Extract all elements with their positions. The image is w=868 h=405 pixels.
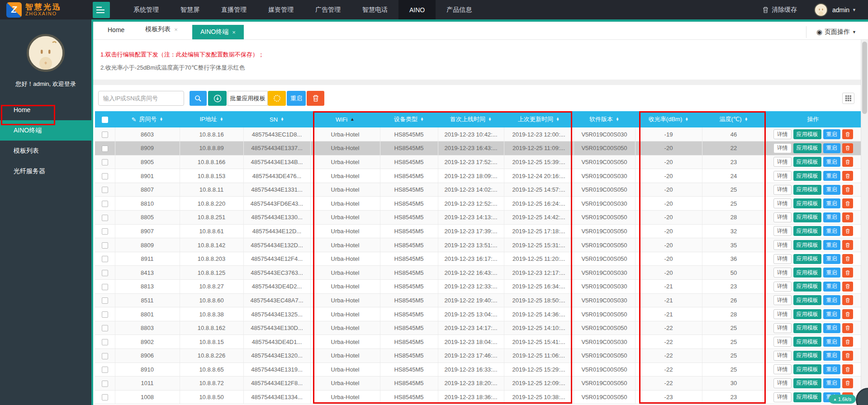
delete-row-button[interactable] [842, 282, 853, 292]
table-row[interactable]: 8910 10.8.8.65 485754434E1319... Urba-Ho… [95, 363, 861, 377]
delete-row-button[interactable] [842, 171, 853, 181]
export-button[interactable] [208, 91, 227, 106]
vertical-scrollbar[interactable] [861, 40, 868, 405]
column-header-temperature[interactable]: 温度(℃) [702, 111, 765, 127]
row-checkbox[interactable] [102, 325, 108, 331]
delete-row-button[interactable] [842, 351, 853, 361]
close-icon[interactable]: × [232, 29, 236, 36]
delete-row-button[interactable] [842, 198, 853, 208]
refresh-button[interactable] [268, 91, 286, 106]
delete-row-button[interactable] [842, 185, 853, 195]
detail-button[interactable]: 详情 [773, 143, 792, 153]
table-row[interactable]: 8901 10.8.8.153 48575443DE476... Urba-Ho… [95, 169, 861, 183]
detail-button[interactable]: 详情 [773, 254, 792, 264]
row-checkbox[interactable] [102, 394, 108, 400]
delete-row-button[interactable] [842, 337, 853, 347]
column-header-version[interactable]: 软件版本 [574, 111, 635, 127]
apply-template-button[interactable]: 应用模板 [793, 254, 821, 264]
restart-row-button[interactable]: 重启 [823, 240, 840, 250]
column-header-sn[interactable]: SN [243, 111, 310, 127]
table-row[interactable]: 1008 10.8.8.50 485754434E1334... Urba-Ho… [95, 390, 861, 404]
apply-template-button[interactable]: 应用模板 [793, 143, 821, 153]
search-button[interactable] [190, 91, 207, 106]
tab-template-list[interactable]: 模板列表 × [139, 25, 184, 39]
row-checkbox[interactable] [102, 311, 108, 318]
detail-button[interactable]: 详情 [773, 157, 792, 167]
table-row[interactable]: 1011 10.8.8.72 485754434E12F8... Urba-Ho… [95, 377, 861, 391]
apply-template-button[interactable]: 应用模板 [793, 364, 821, 374]
restart-row-button[interactable]: 重启 [823, 337, 840, 347]
table-row[interactable]: 8803 10.8.8.162 485754434E130D... Urba-H… [95, 321, 861, 335]
column-header-last-update[interactable]: 上次更新时间 [504, 111, 574, 127]
table-row[interactable]: 8906 10.8.8.226 485754434E1320... Urba-H… [95, 349, 861, 363]
detail-button[interactable]: 详情 [773, 129, 792, 139]
menu-item-system[interactable]: 系统管理 [123, 0, 170, 19]
detail-button[interactable]: 详情 [773, 198, 792, 208]
scrollbar-thumb[interactable] [862, 42, 867, 114]
table-row[interactable]: 8807 10.8.8.11 485754434E1331... Urba-Ho… [95, 183, 861, 197]
column-header-room[interactable]: 房间号 [115, 111, 180, 127]
detail-button[interactable]: 详情 [773, 392, 792, 402]
batch-delete-button[interactable] [307, 91, 324, 106]
apply-template-button[interactable]: 应用模板 [793, 351, 821, 361]
row-checkbox[interactable] [102, 353, 108, 359]
apply-template-button[interactable]: 应用模板 [793, 309, 821, 319]
user-menu[interactable]: admin ▼ [832, 6, 856, 14]
menu-item-live[interactable]: 直播管理 [210, 0, 257, 19]
row-checkbox[interactable] [102, 173, 108, 179]
table-row[interactable]: 8603 10.8.8.16 48575443EC1D8... Urba-Hot… [95, 127, 861, 141]
apply-template-button[interactable]: 应用模板 [793, 171, 821, 181]
restart-row-button[interactable]: 重启 [823, 157, 840, 167]
menu-item-smartphone[interactable]: 智慧电话 [351, 0, 398, 19]
column-header-device-type[interactable]: 设备类型 [380, 111, 438, 127]
tab-aino-terminal[interactable]: AINO终端 × [192, 25, 244, 39]
table-row[interactable]: 8809 10.8.8.142 485754434E132D... Urba-H… [95, 238, 861, 252]
sidebar-item-template-list[interactable]: 模板列表 [0, 141, 91, 161]
restart-row-button[interactable]: 重启 [823, 323, 840, 333]
delete-row-button[interactable] [842, 364, 853, 374]
table-row[interactable]: 8805 10.8.8.251 485754434E1330... Urba-H… [95, 211, 861, 225]
restart-row-button[interactable]: 重启 [823, 212, 840, 222]
table-row[interactable]: 8511 10.8.8.60 48575443EC48A7... Urba-Ho… [95, 293, 861, 307]
menu-item-media[interactable]: 媒资管理 [257, 0, 304, 19]
restart-row-button[interactable]: 重启 [823, 185, 840, 195]
search-input[interactable] [98, 91, 184, 106]
table-row[interactable]: 8911 10.8.8.203 485754434E12F4... Urba-H… [95, 252, 861, 266]
column-settings-button[interactable] [842, 93, 854, 104]
apply-template-button[interactable]: 应用模板 [793, 129, 821, 139]
restart-row-button[interactable]: 重启 [823, 198, 840, 208]
delete-row-button[interactable] [842, 378, 853, 388]
apply-template-button[interactable]: 应用模板 [793, 392, 821, 402]
table-row[interactable]: 8813 10.8.8.27 48575443DE4D2... Urba-Hot… [95, 280, 861, 294]
delete-row-button[interactable] [842, 212, 853, 222]
detail-button[interactable]: 详情 [773, 337, 792, 347]
detail-button[interactable]: 详情 [773, 378, 792, 388]
restart-row-button[interactable]: 重启 [823, 254, 840, 264]
apply-template-button[interactable]: 应用模板 [793, 282, 821, 292]
restart-row-button[interactable]: 重启 [823, 364, 840, 374]
table-row[interactable]: 8907 10.8.8.61 485754434E12D... Urba-Hot… [95, 224, 861, 238]
row-checkbox[interactable] [102, 215, 108, 221]
apply-template-button[interactable]: 应用模板 [793, 212, 821, 222]
delete-row-button[interactable] [842, 323, 853, 333]
table-row[interactable]: 8909 10.8.8.89 485754434E1337... Urba-Ho… [95, 141, 861, 155]
detail-button[interactable]: 详情 [773, 282, 792, 292]
apply-template-button[interactable]: 应用模板 [793, 337, 821, 347]
table-row[interactable]: 8810 10.8.8.220 48575443FD6E43... Urba-H… [95, 197, 861, 211]
row-checkbox[interactable] [102, 339, 108, 345]
detail-button[interactable]: 详情 [773, 323, 792, 333]
detail-button[interactable]: 详情 [773, 185, 792, 195]
restart-button[interactable]: 重启 [287, 91, 306, 106]
delete-row-button[interactable] [842, 295, 853, 305]
restart-row-button[interactable]: 重启 [823, 282, 840, 292]
row-checkbox[interactable] [102, 367, 108, 373]
detail-button[interactable]: 详情 [773, 171, 792, 181]
delete-row-button[interactable] [842, 268, 853, 278]
menu-item-aino[interactable]: AINO [398, 0, 436, 19]
row-checkbox[interactable] [102, 228, 108, 235]
close-icon[interactable]: × [174, 26, 178, 33]
menu-item-product[interactable]: 产品信息 [436, 0, 483, 19]
detail-button[interactable]: 详情 [773, 212, 792, 222]
row-checkbox[interactable] [102, 242, 108, 249]
restart-row-button[interactable]: 重启 [823, 351, 840, 361]
